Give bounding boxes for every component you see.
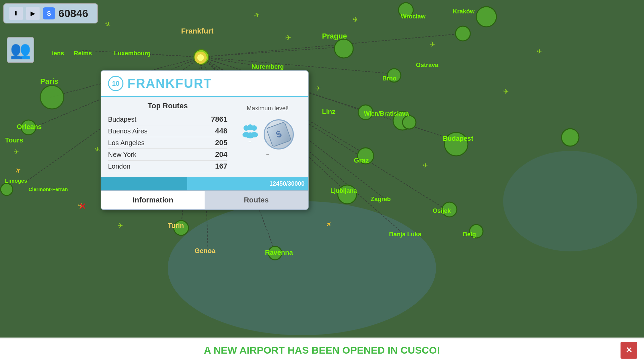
passengers-badge: 👥 [7,37,34,63]
svg-text:✈: ✈ [77,201,86,211]
route-row-new-york: New York 204 [108,149,227,161]
svg-point-61 [197,54,204,61]
svg-text:✈: ✈ [253,10,261,20]
svg-point-22 [194,50,209,64]
svg-line-19 [134,54,201,57]
svg-point-37 [470,225,483,238]
svg-text:✈: ✈ [285,34,291,42]
svg-text:iens: iens [52,50,64,57]
svg-text:Belg: Belg [463,231,476,238]
route-count-buenos-aires: 448 [207,127,227,135]
svg-point-35 [338,185,357,204]
route-count-budapest: 7861 [207,115,227,124]
notification-bar: A NEW AIRPORT HAS BEEN OPENED IN CUSCO! … [0,338,644,362]
max-level-text: Maximum level! [247,105,288,112]
svg-text:Tours: Tours [5,136,23,144]
svg-point-24 [334,39,353,58]
svg-text:Zagreb: Zagreb [371,196,391,202]
svg-text:Linz: Linz [322,108,335,115]
coin-dollar: $ [274,128,283,140]
route-city-buenos-aires: Buenos Aires [108,127,148,135]
svg-line-20 [80,50,201,57]
svg-text:Budapest: Budapest [443,135,473,142]
svg-point-2 [503,151,637,251]
top-control-bar: ⏸ ▶ $ 60846 [3,3,98,23]
svg-text:✈: ✈ [537,48,542,55]
svg-point-29 [402,116,416,129]
notification-text: A NEW AIRPORT HAS BEEN OPENED IN CUSCO! [204,345,440,356]
upgrade-coin-icon: $ [264,119,294,149]
close-notification-button[interactable]: ✕ [621,342,637,359]
svg-text:Reims: Reims [74,50,92,57]
svg-point-41 [561,129,579,146]
svg-point-23 [40,85,64,109]
svg-text:✈: ✈ [429,40,435,49]
svg-text:Kraków: Kraków [453,8,475,15]
svg-text:Frankfurt: Frankfurt [181,27,214,35]
svg-point-26 [387,69,401,82]
svg-point-32 [21,120,36,135]
svg-text:Luxembourg: Luxembourg [114,50,151,57]
svg-text:Ravenna: Ravenna [265,249,293,256]
map-background: ✈ ✈ ✈ ✈ ✈ ✈ ✈ ✈ ✈ ✈ ✈ ✈ ✈ ✈ ✈ ✈ ✈ ✕ Fran… [0,0,644,362]
tab-routes-button[interactable]: Routes [205,191,308,209]
svg-text:Osijek: Osijek [433,207,451,214]
route-row-buenos-aires: Buenos Aires 448 [108,125,227,137]
svg-text:✈: ✈ [117,222,123,229]
svg-line-21 [201,57,265,67]
svg-text:Limoges: Limoges [5,178,27,184]
svg-rect-0 [0,0,644,362]
svg-point-1 [168,201,436,335]
svg-point-34 [268,246,282,260]
route-city-new-york: New York [108,151,137,159]
svg-text:✈: ✈ [13,166,23,176]
svg-text:✈: ✈ [423,162,428,169]
svg-text:✈: ✈ [352,15,359,24]
routes-section: Top Routes Budapest 7861 Buenos Aires 44… [108,102,227,172]
svg-point-36 [442,202,457,217]
svg-text:Graz: Graz [354,157,369,164]
svg-text:✈: ✈ [94,145,101,154]
currency-icon: $ [43,7,55,19]
svg-text:Orleans: Orleans [17,123,42,130]
svg-text:Banja Luka: Banja Luka [389,231,422,238]
svg-text:Brno: Brno [382,75,396,82]
svg-line-6 [201,34,463,57]
route-city-london: London [108,163,130,170]
panel-body: Top Routes Budapest 7861 Buenos Aires 44… [101,97,308,177]
pause-button[interactable]: ⏸ [9,7,23,20]
svg-point-27 [358,105,373,120]
panel-tabs: Information Routes [101,190,308,209]
rank-badge: 10 [108,76,123,91]
svg-text:Nuremberg: Nuremberg [252,63,284,70]
tab-information-button[interactable]: Information [101,191,205,209]
route-count-los-angeles: 205 [207,138,227,147]
route-city-los-angeles: Los Angeles [108,139,145,147]
route-count-london: 167 [207,162,227,171]
svg-text:Genoa: Genoa [195,247,216,254]
svg-text:✈: ✈ [13,148,19,156]
svg-text:Prague: Prague [322,32,347,40]
svg-point-40 [1,183,13,195]
progress-bar-fill [101,177,187,190]
balance-display: 60846 [58,7,92,20]
route-count-new-york: 204 [207,150,227,159]
play-button[interactable]: ▶ [26,7,40,20]
svg-text:Wrocław: Wrocław [401,13,426,20]
panel-title: FRANKFURT [127,76,212,91]
svg-line-5 [201,47,342,57]
svg-text:✈: ✈ [324,220,334,229]
svg-text:✕: ✕ [79,201,86,212]
route-row-london: London 167 [108,161,227,172]
svg-text:Paris: Paris [40,77,58,85]
progress-bar-container: 12450/30000 [101,177,308,190]
coin-inner: $ [266,122,292,147]
route-row-los-angeles: Los Angeles 205 [108,137,227,149]
svg-point-33 [174,221,189,235]
svg-text:Wien/Bratislava: Wien/Bratislava [364,110,409,117]
svg-text:✈: ✈ [103,19,113,30]
panel-header: 10 FRANKFURT [101,71,308,97]
svg-text:Ostrava: Ostrava [416,62,439,68]
svg-point-28 [393,111,412,130]
svg-text:Ljubljana: Ljubljana [330,187,357,194]
